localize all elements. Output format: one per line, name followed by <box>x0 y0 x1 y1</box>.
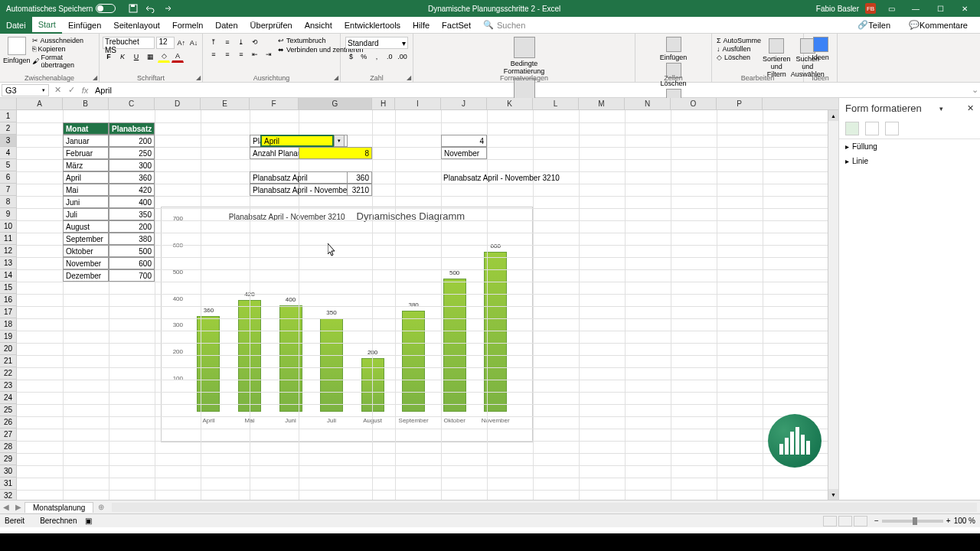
horizontal-scrollbar[interactable] <box>112 503 977 512</box>
alignment-dialog-launcher[interactable]: ◢ <box>334 74 338 81</box>
row-header-32[interactable]: 32 <box>0 490 17 500</box>
zoom-out-button[interactable]: − <box>874 517 879 525</box>
cell-b7[interactable]: Mai <box>63 184 109 196</box>
row-header-19[interactable]: 19 <box>0 331 17 343</box>
autosum-button[interactable]: Σ AutoSumme <box>717 37 761 44</box>
tab-nav-next[interactable]: ▶ <box>12 503 24 511</box>
cell-c11[interactable]: 380 <box>109 233 155 245</box>
chart-bar-Juli[interactable] <box>320 318 343 412</box>
column-header-A[interactable]: A <box>17 98 63 109</box>
tab-datei[interactable]: Datei <box>0 17 32 34</box>
close-button[interactable]: ✕ <box>956 2 974 15</box>
font-dialog-launcher[interactable]: ◢ <box>196 74 201 81</box>
align-top-icon[interactable]: ⤒ <box>207 37 220 47</box>
cell-j3[interactable]: 4 <box>441 135 487 147</box>
column-header-N[interactable]: N <box>625 98 671 109</box>
cell-b14[interactable]: Dezember <box>63 269 109 282</box>
row-header-4[interactable]: 4 <box>0 147 17 159</box>
autosave-toggle[interactable] <box>96 4 116 13</box>
copy-button[interactable]: ⎘ Kopieren <box>32 45 94 53</box>
row-header-30[interactable]: 30 <box>0 465 17 478</box>
tab-nav-prev[interactable]: ◀ <box>0 503 12 511</box>
row-header-9[interactable]: 9 <box>0 208 17 220</box>
number-dialog-launcher[interactable]: ◢ <box>407 74 411 81</box>
maximize-button[interactable]: ☐ <box>931 2 949 15</box>
currency-icon[interactable]: $ <box>345 51 357 63</box>
search-box[interactable]: 🔍 Suchen <box>477 20 531 30</box>
decrease-decimal-icon[interactable]: .00 <box>397 51 408 63</box>
increase-font-icon[interactable]: A↑ <box>176 37 187 49</box>
row-header-20[interactable]: 20 <box>0 343 17 355</box>
row-header-14[interactable]: 14 <box>0 269 17 282</box>
clear-button[interactable]: ◇ Löschen <box>717 54 761 61</box>
cell-c4[interactable]: 250 <box>109 147 155 159</box>
size-tab-icon[interactable] <box>885 122 899 135</box>
tab-start[interactable]: Start <box>32 17 62 34</box>
cell-b5[interactable]: März <box>63 159 109 171</box>
chart[interactable]: Planabsatz April - November 3210 Dynamis… <box>161 207 533 442</box>
cell-b9[interactable]: Juli <box>63 208 109 220</box>
tab-ansicht[interactable]: Ansicht <box>299 17 338 34</box>
row-header-17[interactable]: 17 <box>0 306 17 318</box>
align-bottom-icon[interactable]: ⤓ <box>235 37 247 47</box>
number-format-select[interactable]: Standard▾ <box>345 37 408 49</box>
indent-increase-icon[interactable]: ⇥ <box>263 49 275 60</box>
cell-b2[interactable]: Monat <box>63 122 109 135</box>
cut-button[interactable]: ✂ Ausschneiden <box>32 37 94 44</box>
column-header-O[interactable]: O <box>671 98 717 109</box>
row-header-5[interactable]: 5 <box>0 159 17 171</box>
column-header-F[interactable]: F <box>250 98 299 109</box>
font-size-select[interactable]: 12 <box>156 37 174 49</box>
panel-section-line[interactable]: ▸ Linie <box>839 154 980 168</box>
column-header-D[interactable]: D <box>155 98 201 109</box>
tab-daten[interactable]: Daten <box>209 17 243 34</box>
tab-formeln[interactable]: Formeln <box>166 17 209 34</box>
row-header-2[interactable]: 2 <box>0 122 17 135</box>
cell-b11[interactable]: September <box>63 233 109 245</box>
row-header-7[interactable]: 7 <box>0 184 17 196</box>
cell-b13[interactable]: November <box>63 257 109 269</box>
page-break-view-button[interactable] <box>854 516 867 527</box>
tab-entwicklertools[interactable]: Entwicklertools <box>338 17 407 34</box>
tab-ueberpruefen[interactable]: Überprüfen <box>244 17 299 34</box>
conditional-formatting-button[interactable]: Bedingte Formatierung <box>416 35 632 77</box>
bold-button[interactable]: F <box>103 51 115 63</box>
column-header-M[interactable]: M <box>579 98 625 109</box>
cancel-formula-icon[interactable]: ✕ <box>51 84 64 96</box>
indent-decrease-icon[interactable]: ⇤ <box>249 49 261 60</box>
cell-b4[interactable]: Februar <box>63 147 109 159</box>
cell-c9[interactable]: 350 <box>109 208 155 220</box>
row-header-29[interactable]: 29 <box>0 453 17 465</box>
cell-g6[interactable]: 360 <box>299 171 372 184</box>
ribbon-mode-icon[interactable]: ▭ <box>882 2 900 15</box>
cell-g4[interactable]: 8 <box>299 147 372 159</box>
decrease-font-icon[interactable]: A↓ <box>188 37 199 49</box>
column-header-K[interactable]: K <box>487 98 533 109</box>
row-header-18[interactable]: 18 <box>0 318 17 331</box>
user-avatar[interactable]: FB <box>865 3 876 14</box>
row-header-25[interactable]: 25 <box>0 404 17 416</box>
row-header-6[interactable]: 6 <box>0 171 17 184</box>
row-header-16[interactable]: 16 <box>0 294 17 306</box>
column-header-E[interactable]: E <box>201 98 250 109</box>
page-layout-view-button[interactable] <box>838 516 852 527</box>
vertical-scrollbar[interactable]: ▲ ▼ <box>828 110 838 500</box>
font-color-button[interactable]: A <box>172 51 184 63</box>
minimize-button[interactable]: — <box>906 2 925 15</box>
accept-formula-icon[interactable]: ✓ <box>64 84 78 96</box>
orientation-icon[interactable]: ⟲ <box>249 37 261 47</box>
row-header-24[interactable]: 24 <box>0 392 17 404</box>
redo-icon[interactable] <box>162 3 172 14</box>
cell-c7[interactable]: 420 <box>109 184 155 196</box>
row-header-1[interactable]: 1 <box>0 110 17 122</box>
column-header-L[interactable]: L <box>533 98 579 109</box>
row-header-27[interactable]: 27 <box>0 429 17 441</box>
row-header-8[interactable]: 8 <box>0 196 17 208</box>
fill-button[interactable]: ↓ Ausfüllen <box>717 45 761 53</box>
row-header-26[interactable]: 26 <box>0 416 17 429</box>
panel-dropdown-icon[interactable]: ▾ <box>939 105 943 112</box>
macro-record-icon[interactable]: ▣ <box>85 517 92 525</box>
row-header-22[interactable]: 22 <box>0 367 17 380</box>
row-header-12[interactable]: 12 <box>0 245 17 257</box>
zoom-slider[interactable] <box>882 520 943 523</box>
